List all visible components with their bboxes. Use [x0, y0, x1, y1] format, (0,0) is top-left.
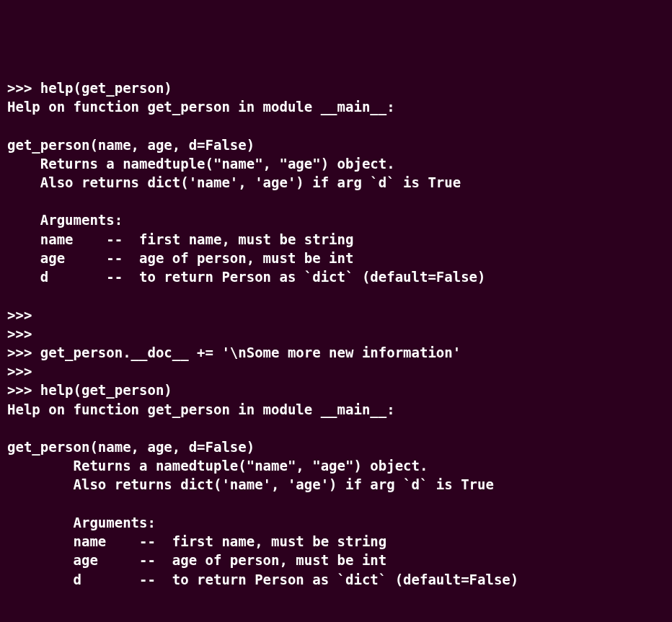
terminal-line: Also returns dict('name', 'age') if arg … [7, 173, 665, 192]
terminal-line: name -- first name, must be string [7, 230, 665, 249]
terminal-line [7, 494, 665, 513]
terminal-line [7, 608, 665, 622]
terminal-line [7, 116, 665, 135]
terminal-line: d -- to return Person as `dict` (default… [7, 570, 665, 589]
terminal-line: >>> help(get_person) [7, 381, 665, 399]
terminal-output[interactable]: >>> help(get_person)Help on function get… [7, 79, 665, 622]
terminal-line: >>> [7, 306, 665, 324]
terminal-line: Arguments: [7, 210, 665, 229]
terminal-line: >>> [7, 362, 665, 381]
terminal-line [7, 419, 665, 437]
terminal-line: name -- first name, must be string [7, 532, 665, 551]
terminal-line [7, 589, 665, 608]
terminal-line: Arguments: [7, 513, 665, 532]
terminal-line: d -- to return Person as `dict` (default… [7, 267, 665, 286]
terminal-line: get_person(name, age, d=False) [7, 437, 665, 456]
terminal-line: >>> [7, 324, 665, 343]
terminal-line: Also returns dict('name', 'age') if arg … [7, 475, 665, 494]
terminal-line: >>> help(get_person) [7, 79, 665, 97]
terminal-line: age -- age of person, must be int [7, 249, 665, 267]
terminal-line [7, 286, 665, 305]
terminal-line: Help on function get_person in module __… [7, 400, 665, 419]
terminal-line: get_person(name, age, d=False) [7, 135, 665, 154]
terminal-line: Help on function get_person in module __… [7, 97, 665, 116]
terminal-line: Returns a namedtuple("name", "age") obje… [7, 154, 665, 173]
terminal-line [7, 192, 665, 210]
terminal-line: Returns a namedtuple("name", "age") obje… [7, 456, 665, 475]
terminal-line: age -- age of person, must be int [7, 551, 665, 569]
terminal-line: >>> get_person.__doc__ += '\nSome more n… [7, 343, 665, 362]
